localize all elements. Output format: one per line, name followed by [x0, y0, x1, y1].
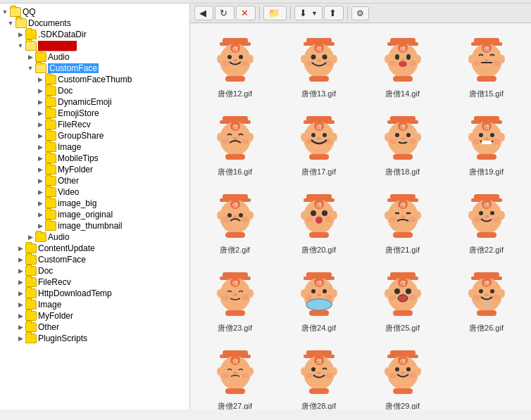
file-item[interactable]: 僧 唐僧14.gif: [362, 27, 443, 103]
tree-item-dynamicemoji[interactable]: ▶DynamicEmoji: [0, 96, 189, 108]
tree-item-imageoriginal[interactable]: ▶image_original: [0, 209, 189, 220]
tree-item-httpdownloadtemp[interactable]: ▶HttpDownloadTemp: [0, 288, 189, 299]
file-item[interactable]: 僧 唐僧27.gif: [194, 340, 275, 409]
import-button[interactable]: ⬇ ▼: [294, 6, 323, 20]
tree-item-other1[interactable]: ▶Other: [0, 175, 189, 186]
svg-point-132: [325, 217, 332, 222]
file-item[interactable]: 僧 唐僧17.gif: [278, 106, 359, 181]
file-item[interactable]: 僧 唐僧2.gif: [194, 184, 275, 259]
tree-item-imagethumb[interactable]: ▶image_thumbnail: [0, 220, 189, 231]
file-item[interactable]: 僧 唐僧20.gif: [278, 184, 359, 259]
svg-point-116: [248, 211, 254, 219]
tree-item-audio1[interactable]: ▶Audio: [0, 51, 189, 63]
tree-item-customface[interactable]: ▼CustomFace: [0, 63, 189, 74]
svg-rect-234: [225, 388, 245, 394]
tree-item-imagebig[interactable]: ▶image_big: [0, 198, 189, 209]
back-icon: ◀: [199, 8, 206, 18]
svg-text:僧: 僧: [316, 202, 322, 208]
tree-item-audio2[interactable]: ▶Audio: [0, 231, 189, 243]
file-thumbnail: 僧: [291, 343, 347, 400]
tree-item-filerecv2[interactable]: ▶FileRecv: [0, 276, 189, 288]
tree-label-customface: CustomFace: [48, 63, 99, 73]
tree-item-image1[interactable]: ▶Image: [0, 141, 189, 153]
svg-point-142: [400, 194, 406, 200]
folder-icon-customfacethumb: [45, 75, 56, 84]
svg-rect-208: [393, 310, 413, 316]
file-item[interactable]: 僧 唐僧25.gif: [362, 262, 443, 337]
tree-item-myfolder2[interactable]: ▶MyFolder: [0, 310, 189, 322]
new-folder-button[interactable]: 📁: [263, 6, 287, 20]
file-item[interactable]: 僧 唐僧18.gif: [362, 106, 443, 181]
file-item[interactable]: 僧 唐僧13.gif: [278, 27, 359, 103]
tree-item-qq[interactable]: ▼QQ: [0, 6, 189, 18]
svg-point-228: [248, 367, 254, 376]
export-button[interactable]: ⬆: [324, 6, 344, 20]
tree-item-doc1[interactable]: ▶Doc: [0, 85, 189, 96]
svg-point-201: [409, 295, 416, 300]
tree-item-documents[interactable]: ▼Documents: [0, 18, 189, 29]
expander-other2: ▶: [15, 322, 25, 332]
tree-item-other2[interactable]: ▶Other: [0, 322, 189, 333]
tree-item-pluginscripts[interactable]: ▶PluginScripts: [0, 333, 189, 344]
file-name: 唐僧13.gif: [301, 89, 336, 99]
svg-point-252: [385, 367, 390, 376]
file-thumbnail: 僧: [458, 109, 515, 165]
file-item[interactable]: 僧 唐僧24.gif: [278, 262, 359, 337]
file-item[interactable]: 僧 唐僧12.gif: [194, 27, 275, 103]
tree-item-doc2[interactable]: ▶Doc: [0, 265, 189, 276]
svg-point-239: [301, 367, 306, 376]
tree-item-image2[interactable]: ▶Image: [0, 299, 189, 310]
refresh-button[interactable]: ↻: [215, 6, 235, 20]
delete-button[interactable]: ✕: [236, 6, 256, 20]
tree-label-groupshare: GroupShare: [58, 131, 104, 141]
svg-point-162: [479, 211, 483, 215]
file-name: 唐僧28.gif: [301, 401, 336, 409]
svg-point-145: [416, 211, 421, 219]
file-item[interactable]: 僧 唐僧15.gif: [446, 27, 527, 103]
file-name: 唐僧23.gif: [218, 323, 252, 333]
back-button[interactable]: ◀: [194, 6, 213, 20]
settings-button[interactable]: ⚙: [351, 6, 369, 20]
file-item[interactable]: 僧 唐僧29.gif: [362, 340, 443, 409]
tree-item-sdkdatadir[interactable]: ▶.SDKDataDir: [0, 29, 189, 40]
tree-item-mobiletips[interactable]: ▶MobileTips: [0, 153, 189, 164]
refresh-icon: ↻: [220, 8, 227, 18]
svg-point-254: [389, 373, 396, 378]
svg-point-58: [232, 116, 238, 122]
file-item[interactable]: 僧 唐僧16.gif: [194, 106, 275, 181]
file-name: 唐僧21.gif: [385, 245, 420, 255]
svg-point-138: [316, 217, 323, 224]
folder-icon-other1: [45, 176, 56, 186]
tree-item-customface2[interactable]: ▶CustomFace: [0, 254, 189, 265]
file-item[interactable]: 僧 唐僧23.gif: [194, 262, 275, 337]
svg-rect-81: [309, 154, 329, 160]
file-item[interactable]: 僧 唐僧19.gif: [446, 106, 527, 181]
expander-doc1: ▶: [35, 86, 45, 96]
tree-label-doc1: Doc: [58, 86, 73, 96]
svg-point-66: [233, 137, 237, 140]
export-icon: ⬆: [329, 8, 337, 18]
svg-rect-109: [482, 141, 492, 144]
tree-item-redacted[interactable]: ▼██████: [0, 40, 189, 51]
tree-item-filerecv1[interactable]: ▶FileRecv: [0, 119, 189, 130]
tree-label-image1: Image: [58, 142, 81, 152]
file-item[interactable]: 僧 唐僧22.gif: [446, 184, 527, 259]
file-item[interactable]: 僧 唐僧26.gif: [446, 262, 527, 337]
tree-item-video[interactable]: ▶Video: [0, 186, 189, 198]
tree-item-emojistore[interactable]: ▶EmojiStore: [0, 108, 189, 119]
tree-item-groupshare[interactable]: ▶GroupShare: [0, 130, 189, 141]
svg-point-240: [332, 367, 337, 376]
svg-point-184: [332, 289, 337, 298]
svg-point-88: [389, 139, 396, 144]
expander-image2: ▶: [15, 300, 25, 310]
tree-item-myfolder1[interactable]: ▶MyFolder: [0, 164, 189, 175]
folder-icon-documents: [15, 18, 27, 28]
file-name: 唐僧18.gif: [385, 167, 420, 177]
tree-label-httpdownloadtemp: HttpDownloadTemp: [38, 288, 112, 298]
tree-item-customfacethumb[interactable]: ▶CustomFaceThumb: [0, 74, 189, 85]
svg-rect-222: [477, 310, 496, 316]
file-item[interactable]: 僧 唐僧28.gif: [278, 340, 359, 409]
tree-item-contentupdate[interactable]: ▶ContentUpdate: [0, 243, 189, 254]
file-item[interactable]: 僧 唐僧21.gif: [362, 184, 443, 259]
file-thumbnail: 僧: [291, 265, 347, 322]
